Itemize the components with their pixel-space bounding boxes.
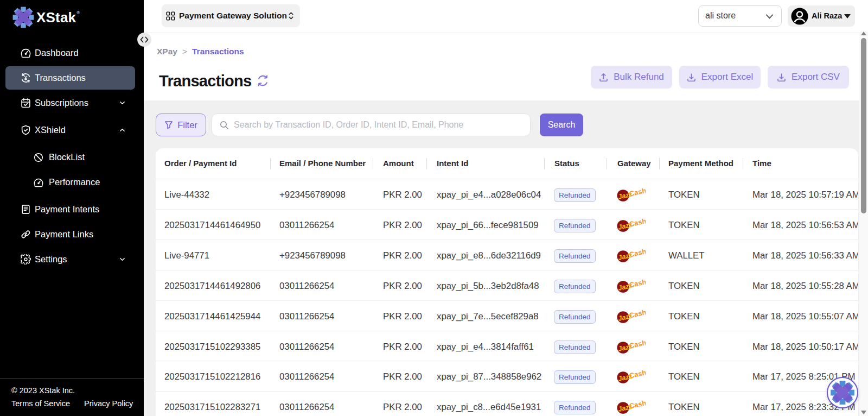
svg-text:Cash: Cash: [628, 308, 646, 319]
svg-text:Cash: Cash: [628, 187, 646, 198]
svg-text:Cash: Cash: [628, 339, 646, 350]
svg-text:Cash: Cash: [628, 278, 646, 289]
svg-text:Cash: Cash: [628, 399, 646, 410]
svg-text:Cash: Cash: [628, 369, 646, 380]
svg-text:Cash: Cash: [628, 217, 646, 228]
svg-text:Cash: Cash: [628, 248, 646, 259]
